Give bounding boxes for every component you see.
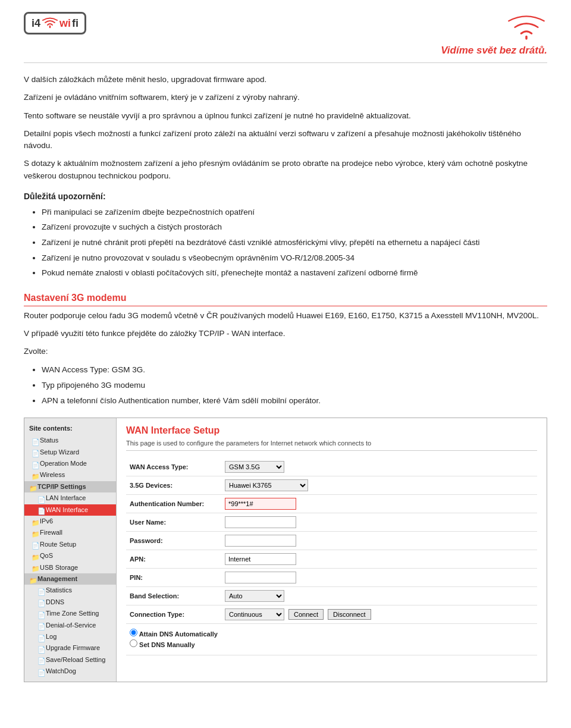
form-table: WAN Access Type: GSM 3.5GGSM 3GDHCPStati… [126,458,537,655]
folder-icon: 📁 [29,484,35,490]
connection-type-select[interactable]: ContinuousOn DemandManual [225,608,284,620]
page-icon: 📄 [37,599,43,605]
wan-access-type-select[interactable]: GSM 3.5GGSM 3GDHCPStatic IPPPPoE [225,461,284,473]
field-value[interactable] [221,550,537,569]
sidebar-item-setup-wizard[interactable]: 📄 Setup Wizard [24,447,116,458]
section-3g-para1: Router podporuje celou řadu 3G modemů vč… [24,310,547,322]
folder-icon: 📁 [32,519,37,525]
field-label: Band Selection: [126,587,221,605]
section-3g-heading: Nastavení 3G modemu [24,293,547,306]
table-row: APN: [126,550,537,569]
sidebar-item-statistics[interactable]: 📄 Statistics [24,585,116,596]
intro-para5: S dotazy k aktuálním možnostem zařízení … [24,158,547,182]
sidebar-item-wan[interactable]: 📄 WAN Interface [24,504,116,516]
field-value[interactable] [221,513,537,532]
sidebar-item-dos[interactable]: 📄 Denial-of-Service [24,620,116,631]
intro-para3: Tento software se neustále vyvíjí a pro … [24,110,547,122]
warning-title: Důležitá upozornění: [24,192,547,201]
sidebar-item-watchdog[interactable]: 📄 WatchDog [24,666,116,677]
panel-title: WAN Interface Setup [126,425,537,436]
folder-icon: 📁 [32,564,37,570]
logo-box: i4 wifi [24,12,86,34]
sidebar-item-wireless[interactable]: 📁 Wireless [24,469,116,481]
logo-i4: i4 [32,17,40,30]
sidebar-item-log[interactable]: 📄 Log [24,631,116,642]
header: i4 wifi Vidíme svět bez drátů. [24,12,547,63]
field-value[interactable]: Huawei K3765Huawei E169Auto [221,476,537,495]
page-icon: 📄 [37,507,43,513]
dns-radio-group: Attain DNS Automatically Set DNS Manuall… [130,627,534,652]
field-value[interactable]: Auto2G Only3G Only [221,587,537,605]
sidebar-item-save-reload[interactable]: 📄 Save/Reload Setting [24,654,116,666]
auth-number-input[interactable] [225,498,296,510]
sidebar-item-operation-mode[interactable]: 📄 Operation Mode [24,458,116,469]
section-3g-list: WAN Access Type: GSM 3G. Typ připojeného… [42,363,547,407]
table-row: Connection Type: ContinuousOn DemandManu… [126,605,537,624]
page: i4 wifi Vidíme svět bez drátů. V dalších… [0,0,571,728]
page-icon: 📄 [37,669,43,674]
password-input[interactable] [225,535,296,547]
disconnect-button[interactable]: Disconnect [328,609,371,620]
page-icon: 📄 [37,622,43,628]
list-item: Pokud nemáte znalosti v oblasti počítačo… [42,266,547,280]
list-item: Zařízení je nutno provozovat v souladu s… [42,252,547,265]
list-item: APN a telefonní číslo Authentication num… [42,394,547,407]
table-row: Password: [126,532,537,550]
sidebar-item-ipv6[interactable]: 📁 IPv6 [24,516,116,527]
dns-manual-label[interactable]: Set DNS Manually [130,639,534,648]
dns-auto-label[interactable]: Attain DNS Automatically [130,629,534,638]
sidebar-item-firewall[interactable]: 📁 Firewall [24,527,116,538]
field-label: Password: [126,532,221,550]
dns-auto-radio[interactable] [130,629,137,636]
page-icon: 📄 [32,461,37,467]
header-right: Vidíme svět bez drátů. [441,12,547,57]
username-input[interactable] [225,516,296,528]
sidebar-title: Site contents: [24,423,116,435]
field-label: Connection Type: [126,605,221,624]
page-icon: 📄 [37,657,43,663]
sidebar-item-ddns[interactable]: 📄 DDNS [24,597,116,608]
dns-manual-radio[interactable] [130,639,137,647]
logo-wifi-text: wi [59,17,71,30]
sidebar-item-upgrade-firmware[interactable]: 📄 Upgrade Firmware [24,642,116,654]
logo-fi-text: fi [72,17,79,30]
section-3g-para3: Zvolte: [24,346,547,357]
field-value[interactable] [221,532,537,550]
folder-icon: 📁 [32,553,37,559]
connect-button[interactable]: Connect [288,609,324,620]
field-value[interactable]: GSM 3.5GGSM 3GDHCPStatic IPPPPoE [221,458,537,476]
sidebar: Site contents: 📄 Status 📄 Setup Wizard 📄… [24,418,117,682]
wifi-icon [42,17,58,30]
page-icon: 📄 [37,495,43,501]
folder-icon: 📁 [32,530,37,536]
devices-select[interactable]: Huawei K3765Huawei E169Auto [225,479,308,491]
field-value[interactable] [221,569,537,587]
list-item: WAN Access Type: GSM 3G. [42,363,547,376]
screenshot-area: Site contents: 📄 Status 📄 Setup Wizard 📄… [24,418,547,682]
sidebar-item-status[interactable]: 📄 Status [24,435,116,446]
sidebar-item-lan[interactable]: 📄 LAN Interface [24,492,116,504]
sidebar-item-route-setup[interactable]: 📄 Route Setup [24,539,116,550]
header-wifi-graphic [506,12,547,45]
table-row: Authentication Number: [126,495,537,513]
sidebar-item-management[interactable]: 📁 Management [24,573,116,585]
main-panel: WAN Interface Setup This page is used to… [117,418,547,682]
intro-para2: Zařízení je ovládáno vnitřním softwarem,… [24,92,547,103]
page-icon: 📄 [37,611,43,617]
intro-para1: V dalších záložkách můžete měnit heslo, … [24,74,547,86]
page-icon: 📄 [37,634,43,640]
sidebar-item-qos[interactable]: 📁 QoS [24,550,116,561]
pin-input[interactable] [225,572,296,583]
field-value[interactable] [221,495,537,513]
table-row: Band Selection: Auto2G Only3G Only [126,587,537,605]
band-select[interactable]: Auto2G Only3G Only [225,590,284,602]
page-icon: 📄 [32,438,37,444]
sidebar-item-tcpip[interactable]: 📁 TCP/IP Settings [24,481,116,492]
warning-list: Při manipulaci se zařízením dbejte bezpe… [42,206,547,280]
field-value[interactable]: ContinuousOn DemandManual Connect Discon… [221,605,537,624]
sidebar-item-usb-storage[interactable]: 📁 USB Storage [24,562,116,573]
list-item: Zařízení provozujte v suchých a čistých … [42,221,547,234]
intro-para4: Detailní popis všech možností a funkcí z… [24,128,547,152]
sidebar-item-timezone[interactable]: 📄 Time Zone Setting [24,608,116,619]
apn-input[interactable] [225,553,296,565]
